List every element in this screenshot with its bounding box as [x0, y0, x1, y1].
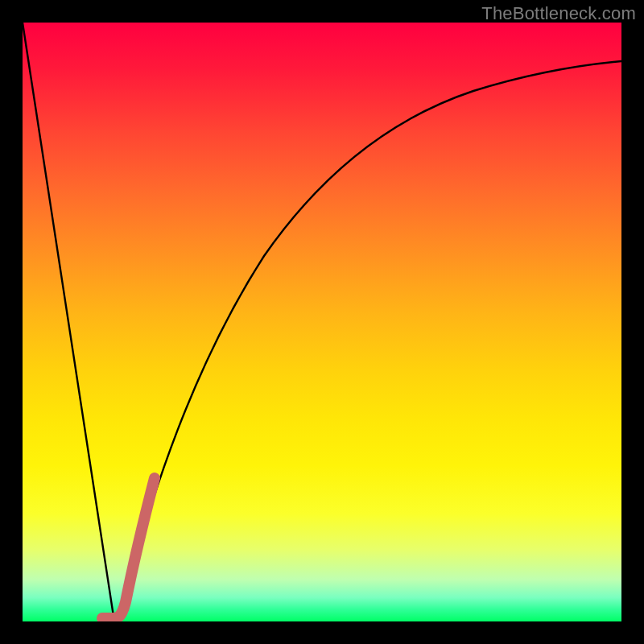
curves-layer [23, 23, 621, 621]
chart-frame: TheBottleneck.com [0, 0, 644, 644]
bottleneck-curve [23, 23, 621, 621]
attribution-watermark: TheBottleneck.com [481, 3, 636, 24]
plot-area [23, 23, 621, 621]
